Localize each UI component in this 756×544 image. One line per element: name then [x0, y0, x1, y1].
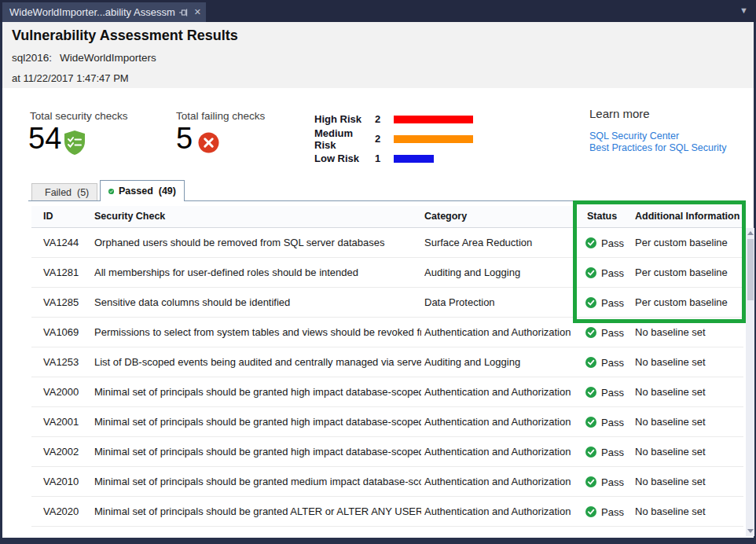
status-text: Pass	[601, 297, 624, 309]
table-row[interactable]: VA2020 Minimal set of principals should …	[31, 497, 743, 527]
app-window: WideWorldImporter...ability Assessment ✕…	[0, 0, 756, 544]
cell-category: Authentication and Authorization	[424, 407, 580, 436]
table-row[interactable]: VA1285 Sensitive data columns should be …	[31, 288, 743, 318]
status-text: Pass	[601, 447, 624, 458]
document-tab-title: WideWorldImporter...ability Assessment	[9, 6, 175, 18]
cell-additional-info: No baseline set	[635, 437, 741, 466]
learn-more-link[interactable]: Best Practices for SQL Security	[589, 142, 727, 154]
tab-passed[interactable]: Passed (49)	[100, 180, 185, 201]
failing-checks-label: Total failing checks	[176, 110, 265, 122]
cell-category: Authentication and Authorization	[424, 437, 580, 466]
scroll-up-icon[interactable]	[747, 231, 754, 235]
pass-icon	[585, 237, 596, 248]
cell-security-check: Minimal set of principals should be gran…	[94, 407, 421, 436]
cell-additional-info: No baseline set	[635, 407, 741, 436]
risk-summary-chart: High Risk 2 Medium Risk 2 Low Risk 1	[314, 109, 519, 168]
cell-category: Data Protection	[424, 288, 580, 317]
tab-list-chevron-icon[interactable]: ▼	[739, 6, 748, 15]
cell-id: VA1069	[43, 318, 79, 347]
pass-icon	[585, 357, 596, 368]
cell-id: VA2010	[43, 467, 79, 496]
risk-row: Low Risk 1	[314, 149, 519, 168]
learn-more-links: SQL Security Center Best Practices for S…	[589, 130, 727, 154]
risk-count: 1	[375, 153, 394, 164]
cell-id: VA1244	[43, 228, 79, 257]
column-header-category[interactable]: Category	[424, 206, 467, 227]
table-row[interactable]: VA2000 Minimal set of principals should …	[31, 377, 743, 407]
risk-label: High Risk	[314, 113, 375, 125]
cell-status: Pass	[585, 318, 624, 347]
table-row[interactable]: VA1069 Permissions to select from system…	[31, 318, 743, 347]
security-shield-icon	[63, 130, 86, 159]
vertical-scrollbar[interactable]	[746, 228, 754, 536]
learn-more-section: Learn more SQL Security Center Best Prac…	[589, 107, 727, 154]
status-text: Pass	[601, 327, 624, 339]
cell-id: VA2002	[43, 437, 79, 466]
pass-icon	[585, 297, 596, 308]
cell-status: Pass	[585, 258, 624, 288]
tab-failed[interactable]: Failed (5)	[31, 183, 97, 200]
status-text: Pass	[601, 357, 624, 369]
column-header-additional-information[interactable]: Additional Information	[635, 206, 739, 227]
risk-row: High Risk 2	[314, 109, 519, 129]
total-checks-label: Total security checks	[30, 110, 128, 122]
risk-count: 2	[375, 133, 394, 145]
failing-checks-value: 5	[176, 122, 193, 155]
cell-security-check: Minimal set of principals should be gran…	[94, 467, 421, 496]
cell-status: Pass	[585, 407, 624, 437]
risk-bar	[394, 155, 434, 163]
pass-icon	[585, 417, 596, 428]
column-header-status[interactable]: Status	[587, 206, 617, 227]
table-row[interactable]: VA1244 Orphaned users should be removed …	[31, 228, 743, 258]
scrollbar-thumb[interactable]	[747, 239, 754, 300]
table-row[interactable]: VA1281 All memberships for user-defined …	[31, 258, 743, 288]
close-icon[interactable]: ✕	[194, 7, 201, 17]
cell-status: Pass	[585, 437, 624, 467]
column-header-security-check[interactable]: Security Check	[94, 206, 165, 227]
pass-icon	[585, 447, 596, 458]
table-row[interactable]: VA2001 Minimal set of principals should …	[31, 407, 743, 437]
cell-category: Authentication and Authorization	[424, 467, 580, 496]
cell-category: Auditing and Logging	[424, 258, 580, 287]
table-row[interactable]: VA1253 List of DB-scoped events being au…	[31, 347, 743, 377]
cell-id: VA2020	[43, 497, 79, 526]
cell-id: VA1281	[43, 258, 79, 287]
risk-label: Medium Risk	[314, 127, 375, 151]
status-text: Pass	[601, 417, 624, 428]
risk-bar	[394, 116, 473, 123]
scan-timestamp: at 11/22/2017 1:47:47 PM	[12, 72, 129, 84]
status-text: Pass	[601, 476, 624, 488]
cell-additional-info: Per custom baseline	[635, 288, 741, 317]
learn-more-link[interactable]: SQL Security Center	[589, 130, 727, 142]
scan-target: sql2016:WideWorldImporters	[12, 52, 156, 64]
document-tab[interactable]: WideWorldImporter...ability Assessment ✕	[2, 2, 206, 22]
cell-additional-info: No baseline set	[635, 497, 741, 526]
cell-status: Pass	[585, 467, 624, 497]
pass-icon	[585, 387, 596, 398]
risk-row: Medium Risk 2	[314, 129, 519, 149]
cell-security-check: Minimal set of principals should be gran…	[94, 437, 421, 466]
cell-category: Authentication and Authorization	[424, 497, 580, 526]
cell-security-check: All memberships for user-defined roles s…	[94, 258, 421, 287]
cell-additional-info: No baseline set	[635, 318, 741, 347]
cell-category: Authentication and Authorization	[424, 377, 580, 406]
table-row[interactable]: VA2010 Minimal set of principals should …	[31, 467, 743, 497]
table-row[interactable]: VA2002 Minimal set of principals should …	[31, 437, 743, 467]
scroll-down-icon[interactable]	[747, 529, 754, 533]
cell-status: Pass	[585, 347, 624, 377]
cell-additional-info: No baseline set	[635, 347, 741, 377]
column-header-id[interactable]: ID	[43, 206, 53, 227]
status-text: Pass	[601, 387, 624, 399]
risk-bar	[394, 135, 473, 143]
cell-additional-info: Per custom baseline	[635, 258, 741, 287]
pin-icon[interactable]	[178, 8, 188, 17]
page-title: Vulnerability Assessment Results	[12, 28, 238, 44]
server-name: sql2016:	[12, 52, 52, 64]
cell-category: Authentication and Authorization	[424, 318, 580, 347]
status-text: Pass	[601, 506, 624, 518]
cell-security-check: Permissions to select from system tables…	[94, 318, 421, 347]
learn-more-title: Learn more	[589, 107, 727, 120]
cell-additional-info: No baseline set	[635, 377, 741, 406]
cell-status: Pass	[585, 228, 624, 258]
cell-id: VA1253	[43, 347, 79, 377]
